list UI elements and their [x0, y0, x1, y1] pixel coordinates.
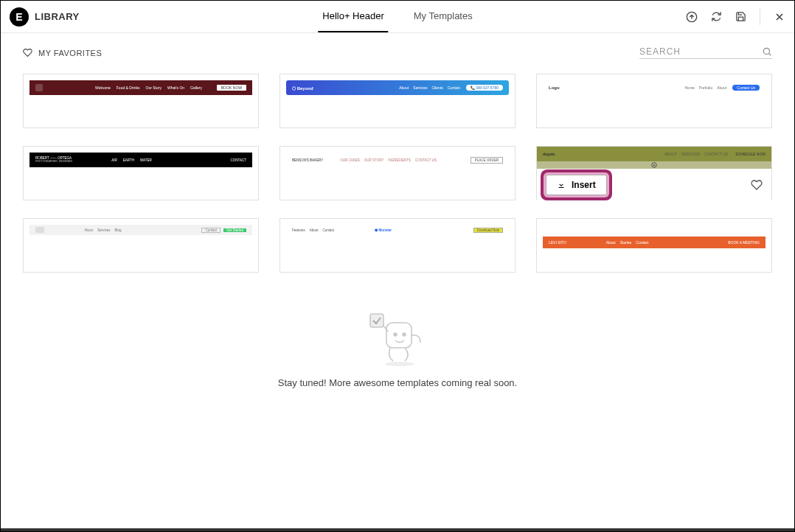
template-card[interactable]: LEVI SITO AboutStoriesContact BOOK A MEE…	[536, 218, 772, 273]
heart-icon	[23, 48, 32, 57]
my-favorites-button[interactable]: MY FAVORITES	[23, 48, 102, 57]
bottom-edge	[1, 528, 794, 531]
template-thumb: FeaturesAboutContact ⬢ Monster Download …	[286, 225, 509, 266]
brand: E LIBRARY	[10, 7, 80, 27]
template-card-hovered[interactable]: dogsie. ABOUTSERVICESCONTACT US SCHEDULE…	[536, 146, 772, 200]
elementor-logo-icon: E	[10, 7, 29, 27]
template-card[interactable]: BENSON'S BAKERY OUR CAKESOUR STORYINGRED…	[280, 146, 515, 200]
favorite-button[interactable]	[751, 179, 763, 191]
template-card[interactable]: FeaturesAboutContact ⬢ Monster Download …	[280, 218, 515, 273]
template-thumb: WelcomeFood & DrinksOur StoryWhat's OnGa…	[29, 80, 252, 122]
close-icon[interactable]	[774, 11, 785, 23]
template-thumb: Logo HomePortfolioAbout Contact Us	[543, 80, 766, 122]
top-actions	[686, 9, 785, 25]
template-thumb: ROBERT —— ORTEGA PHOTOGRAPHER, DESIGNER …	[29, 153, 252, 194]
svg-point-5	[403, 333, 406, 336]
chevron-down-icon	[651, 162, 657, 168]
tab-hello-header[interactable]: Hello+ Header	[318, 1, 388, 32]
insert-button[interactable]: Insert	[546, 175, 607, 195]
svg-rect-6	[370, 314, 383, 327]
template-card[interactable]: AboutServicesBlog Contact Get Started	[23, 218, 259, 273]
svg-rect-3	[386, 323, 412, 348]
save-icon[interactable]	[735, 11, 746, 22]
template-card[interactable]: WelcomeFood & DrinksOur StoryWhat's OnGa…	[23, 74, 259, 128]
template-thumb: LEVI SITO AboutStoriesContact BOOK A MEE…	[543, 225, 766, 266]
divider	[760, 9, 760, 25]
sub-bar: MY FAVORITES	[1, 33, 794, 65]
template-grid: WelcomeFood & DrinksOur StoryWhat's OnGa…	[1, 65, 794, 273]
search-input[interactable]	[639, 46, 762, 57]
svg-point-7	[385, 362, 414, 366]
download-icon	[557, 181, 566, 189]
svg-point-4	[394, 333, 397, 336]
template-thumb: BENSON'S BAKERY OUR CAKESOUR STORYINGRED…	[286, 153, 509, 194]
template-hover-actions: Insert	[537, 169, 771, 201]
my-favorites-label: MY FAVORITES	[38, 49, 102, 57]
footer-message: Stay tuned! More awesome templates comin…	[1, 309, 794, 388]
template-card[interactable]: Logo HomePortfolioAbout Contact Us	[536, 74, 772, 128]
tabs: Hello+ Header My Templates	[318, 1, 476, 32]
heart-icon	[751, 179, 763, 191]
search-wrap	[639, 46, 772, 59]
tab-my-templates[interactable]: My Templates	[409, 1, 477, 32]
template-thumb: ⬡ Beyond AboutServicesClientsContact 📞 0…	[286, 80, 509, 122]
footer-text: Stay tuned! More awesome templates comin…	[278, 377, 517, 388]
insert-label: Insert	[572, 180, 596, 190]
upload-icon[interactable]	[686, 11, 698, 23]
template-card[interactable]: ⬡ Beyond AboutServicesClientsContact 📞 0…	[280, 74, 515, 128]
template-thumb: dogsie. ABOUTSERVICESCONTACT US SCHEDULE…	[537, 147, 771, 169]
svg-point-1	[763, 48, 769, 54]
sync-icon[interactable]	[711, 11, 722, 22]
top-bar: E LIBRARY Hello+ Header My Templates	[1, 1, 794, 33]
template-card[interactable]: ROBERT —— ORTEGA PHOTOGRAPHER, DESIGNER …	[23, 146, 259, 200]
search-icon	[762, 46, 772, 57]
library-title: LIBRARY	[35, 11, 80, 22]
mascot-icon	[364, 309, 431, 368]
template-thumb: AboutServicesBlog Contact Get Started	[29, 225, 252, 266]
